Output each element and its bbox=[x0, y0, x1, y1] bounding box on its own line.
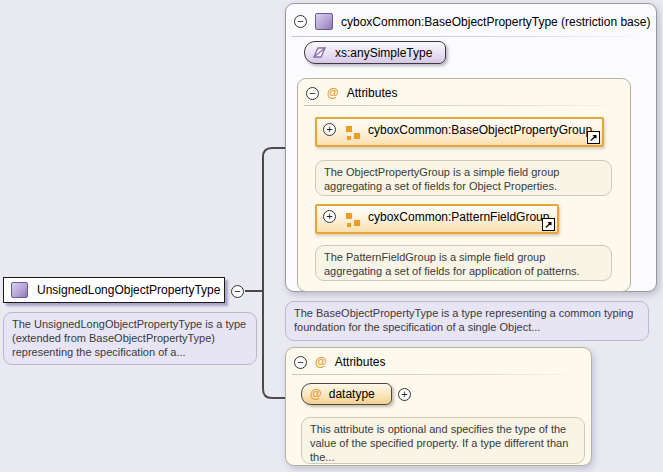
attributes-title: Attributes bbox=[335, 355, 386, 369]
attribute-at-icon: @ bbox=[327, 86, 339, 100]
base-simpletype-label: xs:anySimpleType bbox=[335, 46, 432, 60]
attribute-group-baseobjectpropertygroup[interactable]: + cyboxCommon:BaseObjectPropertyGroup ↗ bbox=[315, 117, 604, 147]
base-type-panel-header: − cyboxCommon:BaseObjectPropertyType (re… bbox=[286, 4, 656, 36]
attributes-title: Attributes bbox=[347, 86, 398, 100]
main-type-description: The UnsignedLongObjectPropertyType is a … bbox=[3, 312, 257, 365]
main-type-box[interactable]: UnsignedLongObjectPropertyType bbox=[3, 277, 225, 303]
attribute-group-patternfieldgroup[interactable]: + cyboxCommon:PatternFieldGroup ↗ bbox=[315, 204, 559, 234]
simpletype-icon bbox=[312, 46, 327, 59]
datatype-attribute-box[interactable]: @ datatype bbox=[301, 383, 392, 405]
expand-icon[interactable]: + bbox=[323, 210, 336, 223]
goto-definition-icon[interactable]: ↗ bbox=[587, 131, 600, 144]
complextype-icon bbox=[315, 13, 333, 30]
attribute-group-label: cyboxCommon:PatternFieldGroup bbox=[368, 210, 549, 224]
base-type-description: The BaseObjectPropertyType is a type rep… bbox=[285, 301, 649, 341]
complextype-icon bbox=[11, 282, 28, 298]
attribute-at-icon: @ bbox=[315, 355, 327, 369]
description-text: The PatternFieldGroup is a simple field … bbox=[324, 251, 580, 277]
attribute-name: datatype bbox=[329, 387, 375, 401]
main-type-label: UnsignedLongObjectPropertyType bbox=[37, 283, 220, 297]
expand-icon[interactable]: + bbox=[398, 388, 411, 401]
base-simpletype-box[interactable]: xs:anySimpleType bbox=[304, 41, 446, 64]
attribute-group-description: The ObjectPropertyGroup is a simple fiel… bbox=[315, 160, 612, 196]
description-text: This attribute is optional and specifies… bbox=[310, 423, 568, 463]
header-divider bbox=[304, 105, 626, 106]
collapse-icon[interactable]: − bbox=[294, 15, 307, 28]
attributes-panel: − @ Attributes @ datatype + This attribu… bbox=[285, 347, 592, 466]
attribute-group-icon bbox=[346, 213, 352, 219]
schema-diagram: − cyboxCommon:BaseObjectPropertyType (re… bbox=[0, 0, 663, 472]
attributes-header: − @ Attributes bbox=[286, 348, 591, 374]
attribute-group-icon bbox=[346, 126, 352, 132]
attribute-group-label: cyboxCommon:BaseObjectPropertyGroup bbox=[368, 123, 592, 137]
attributes-header: − @ Attributes bbox=[298, 79, 630, 105]
attributes-section: − @ Attributes + cyboxCommon:BaseObjectP… bbox=[297, 78, 631, 292]
collapse-icon[interactable]: − bbox=[294, 356, 307, 369]
header-divider bbox=[292, 374, 587, 375]
description-text: The BaseObjectPropertyType is a type rep… bbox=[294, 307, 633, 333]
base-type-panel: − cyboxCommon:BaseObjectPropertyType (re… bbox=[285, 3, 657, 292]
goto-definition-icon[interactable]: ↗ bbox=[542, 218, 555, 231]
collapse-icon[interactable]: − bbox=[306, 87, 319, 100]
header-divider bbox=[292, 36, 652, 37]
expand-icon[interactable]: + bbox=[323, 123, 336, 136]
attribute-at-icon: @ bbox=[310, 387, 322, 401]
datatype-attribute-row: @ datatype + bbox=[301, 383, 411, 405]
collapse-icon[interactable]: − bbox=[231, 285, 244, 298]
description-text: The UnsignedLongObjectPropertyType is a … bbox=[12, 318, 246, 358]
attribute-group-description: The PatternFieldGroup is a simple field … bbox=[315, 245, 612, 281]
description-text: The ObjectPropertyGroup is a simple fiel… bbox=[324, 166, 559, 192]
datatype-description: This attribute is optional and specifies… bbox=[301, 417, 585, 464]
base-type-title: cyboxCommon:BaseObjectPropertyType (rest… bbox=[341, 15, 650, 29]
